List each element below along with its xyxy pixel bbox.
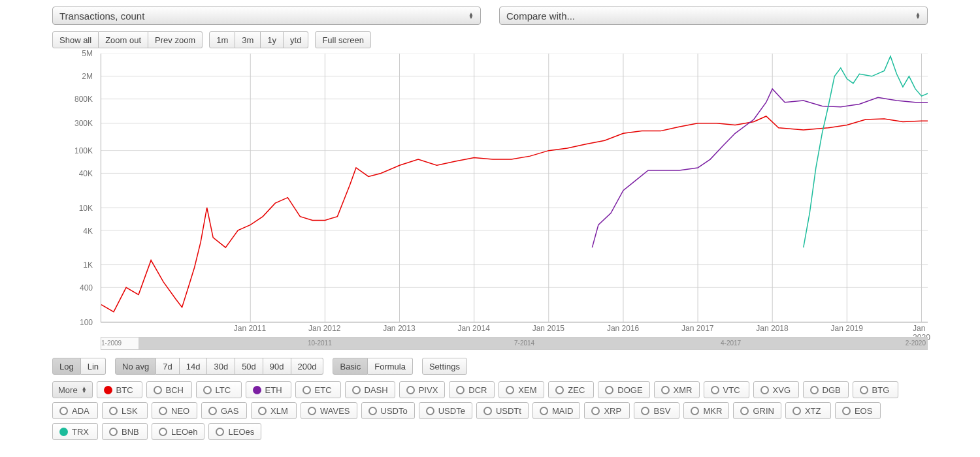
coin-toggle-doge[interactable]: DOGE xyxy=(598,381,649,398)
compare-select-value: Compare with... xyxy=(506,10,575,22)
coin-dot-icon xyxy=(591,407,600,415)
coin-toggle-dgb[interactable]: DGB xyxy=(803,381,849,398)
coin-toggle-dash[interactable]: DASH xyxy=(345,381,395,398)
x-tick-label: Jan 2014 xyxy=(457,324,489,333)
avg-Noavg-button[interactable]: No avg xyxy=(115,358,156,375)
coin-toggle-gas[interactable]: GAS xyxy=(201,402,247,419)
range-ytd-button[interactable]: ytd xyxy=(284,31,308,48)
coin-toggle-btc[interactable]: BTC xyxy=(97,381,142,398)
coin-toggle-lsk[interactable]: LSK xyxy=(102,402,148,419)
mode-basic-button[interactable]: Basic xyxy=(333,358,368,375)
avg-14d-button[interactable]: 14d xyxy=(180,358,208,375)
mode-formula-button[interactable]: Formula xyxy=(368,358,413,375)
coin-toggle-dcr[interactable]: DCR xyxy=(449,381,495,398)
range-1y-button[interactable]: 1y xyxy=(261,31,284,48)
time-scrubber[interactable]: 1-200910-20117-20144-20172-2020 xyxy=(101,337,928,350)
settings-button[interactable]: Settings xyxy=(422,358,467,375)
coin-label: BNB xyxy=(122,427,139,437)
coin-toggle-eos[interactable]: EOS xyxy=(835,402,881,419)
x-tick-label: Jan 2013 xyxy=(383,324,415,333)
avg-30d-button[interactable]: 30d xyxy=(207,358,235,375)
x-tick-label: Jan 2019 xyxy=(831,324,863,333)
coin-toggle-maid[interactable]: MAID xyxy=(532,402,581,419)
more-label: More xyxy=(58,385,78,395)
fullscreen-button[interactable]: Full screen xyxy=(315,31,371,48)
coin-dot-icon xyxy=(555,386,564,394)
coin-dot-icon xyxy=(406,386,415,394)
coin-toggle-etc[interactable]: ETC xyxy=(295,381,341,398)
avg-90d-button[interactable]: 90d xyxy=(263,358,291,375)
coin-toggle-leoeh[interactable]: LEOeh xyxy=(152,423,204,440)
coin-toggle-zec[interactable]: ZEC xyxy=(548,381,594,398)
coin-dot-icon xyxy=(483,407,492,415)
coin-toggle-ada[interactable]: ADA xyxy=(52,402,98,419)
coin-toggle-waves[interactable]: WAVES xyxy=(301,402,357,419)
coin-dot-icon xyxy=(59,428,68,436)
coin-toggle-pivx[interactable]: PIVX xyxy=(399,381,446,398)
coin-toggle-xtz[interactable]: XTZ xyxy=(785,402,831,419)
coin-toggle-bnb[interactable]: BNB xyxy=(102,423,148,440)
y-tick-label: 100 xyxy=(80,318,93,327)
y-tick-label: 2M xyxy=(82,72,93,81)
coin-label: XEM xyxy=(518,385,536,395)
coin-toggle-trx[interactable]: TRX xyxy=(52,423,98,440)
coin-toggle-leoes[interactable]: LEOes xyxy=(208,423,261,440)
coin-toggle-xvg[interactable]: XVG xyxy=(753,381,799,398)
zoom-out-button[interactable]: Zoom out xyxy=(99,31,148,48)
series-trx xyxy=(804,56,928,247)
coin-dot-icon xyxy=(641,407,649,415)
coin-dot-icon xyxy=(368,407,377,415)
coin-label: LEOes xyxy=(228,427,254,437)
more-coins-select[interactable]: More ▲▼ xyxy=(52,381,93,398)
log-button[interactable]: Log xyxy=(52,358,81,375)
coin-label: XVG xyxy=(773,385,791,395)
coin-toggle-xrp[interactable]: XRP xyxy=(584,402,630,419)
series-eth xyxy=(592,89,928,247)
coin-toggle-btg[interactable]: BTG xyxy=(853,381,898,398)
coin-dot-icon xyxy=(109,428,118,436)
coin-toggle-neo[interactable]: NEO xyxy=(152,402,197,419)
coin-label: BTC xyxy=(116,385,133,395)
coin-dot-icon xyxy=(352,386,361,394)
coin-dot-icon xyxy=(605,386,613,394)
coin-toggle-xmr[interactable]: XMR xyxy=(654,381,700,398)
coin-label: ZEC xyxy=(568,385,585,395)
coin-toggle-usdto[interactable]: USDTo xyxy=(361,402,415,419)
show-all-button[interactable]: Show all xyxy=(52,31,99,48)
coin-toggle-xlm[interactable]: XLM xyxy=(251,402,297,419)
coin-toggle-vtc[interactable]: VTC xyxy=(704,381,749,398)
coin-toggle-mkr[interactable]: MKR xyxy=(683,402,729,419)
coin-label: XMR xyxy=(674,385,693,395)
coin-dot-icon xyxy=(216,428,224,436)
range-1m-button[interactable]: 1m xyxy=(209,31,235,48)
compare-select[interactable]: Compare with... ▲▼ xyxy=(499,7,928,25)
avg-50d-button[interactable]: 50d xyxy=(235,358,263,375)
coin-toggle-eth[interactable]: ETH xyxy=(246,381,291,398)
avg-200d-button[interactable]: 200d xyxy=(291,358,324,375)
updown-icon: ▲▼ xyxy=(915,12,921,19)
coin-label: DASH xyxy=(365,385,388,395)
coin-dot-icon xyxy=(109,407,118,415)
coin-toggle-usdte[interactable]: USDTe xyxy=(419,402,472,419)
prev-zoom-button[interactable]: Prev zoom xyxy=(148,31,203,48)
x-tick-label: Jan 2011 xyxy=(234,324,266,333)
coin-toggle-ltc[interactable]: LTC xyxy=(196,381,242,398)
coin-dot-icon xyxy=(792,407,801,415)
coin-label: BCH xyxy=(166,385,184,395)
coin-dot-icon xyxy=(154,386,162,394)
coin-label: MKR xyxy=(703,406,722,416)
x-tick-label: Jan 2015 xyxy=(532,324,564,333)
coin-toggle-xem[interactable]: XEM xyxy=(498,381,544,398)
avg-7d-button[interactable]: 7d xyxy=(156,358,179,375)
coin-toggle-grin[interactable]: GRIN xyxy=(733,402,781,419)
lin-button[interactable]: Lin xyxy=(81,358,106,375)
coin-toggle-bsv[interactable]: BSV xyxy=(634,402,679,419)
y-tick-label: 5M xyxy=(82,49,93,58)
metric-select[interactable]: Transactions, count ▲▼ xyxy=(52,7,481,25)
coin-toggle-usdtt[interactable]: USDTt xyxy=(476,402,529,419)
coin-label: DCR xyxy=(468,385,487,395)
coin-toggle-bch[interactable]: BCH xyxy=(146,381,192,398)
coin-dot-icon xyxy=(661,386,670,394)
range-3m-button[interactable]: 3m xyxy=(235,31,261,48)
coin-label: ETC xyxy=(315,385,332,395)
